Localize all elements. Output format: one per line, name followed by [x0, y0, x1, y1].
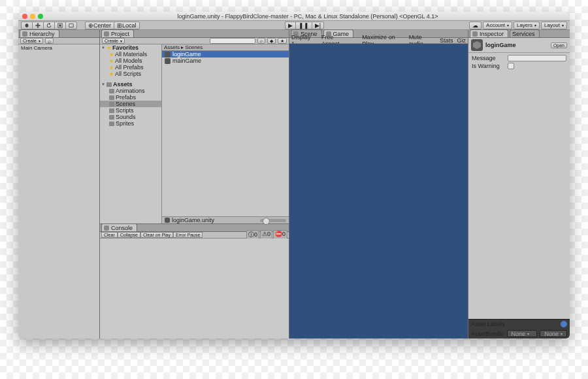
main-area: Hierarchy Create ⌕ Main Camera Project C…	[18, 30, 570, 338]
step-button[interactable]: ▶|	[312, 22, 324, 29]
move-tool[interactable]	[32, 22, 43, 29]
project-console-column: Project Create ⌕ ◆ ★ ▼★Favorites ★All Ma…	[100, 30, 289, 338]
assetbundle-section: AssetBundle None None	[468, 329, 570, 338]
handle-rotation-button[interactable]: ⊞Local	[114, 22, 140, 29]
asset-item[interactable]: mainGame	[162, 58, 289, 64]
open-button[interactable]: Open	[551, 42, 567, 48]
clear-on-play-button[interactable]: Clear on Play	[140, 232, 173, 238]
folder-item[interactable]: Scripts	[100, 107, 161, 114]
favorites-header[interactable]: ▼★Favorites	[100, 44, 161, 51]
filter-label-icon[interactable]: ★	[278, 38, 287, 44]
folder-icon	[109, 95, 114, 100]
account-dropdown[interactable]: Account	[483, 22, 512, 29]
transform-tools	[21, 22, 77, 29]
is-warning-row: Is Warning	[472, 63, 566, 69]
gizmos-toggle[interactable]: Giz	[457, 37, 466, 44]
window-title: loginGame.unity - FlappyBirdClone-master…	[50, 13, 566, 20]
assetbundle-name-dropdown[interactable]: None	[507, 330, 538, 337]
hierarchy-item[interactable]: Main Camera	[18, 44, 99, 52]
console-icon	[104, 225, 109, 231]
star-icon: ★	[109, 52, 114, 58]
filter-type-icon[interactable]: ◆	[267, 38, 276, 44]
folder-item[interactable]: Sounds	[100, 114, 161, 120]
tab-inspector[interactable]: Inspector	[470, 29, 508, 37]
breadcrumb[interactable]: Assets ▸ Scenes	[162, 44, 289, 51]
message-input[interactable]	[508, 55, 566, 61]
project-icon	[104, 31, 109, 37]
assets-header[interactable]: ▼Assets	[100, 81, 161, 88]
project-create-button[interactable]: Create	[102, 38, 125, 44]
star-icon: ★	[109, 71, 114, 77]
folder-icon	[106, 82, 112, 87]
pivot-handle-group: ⊕Center ⊞Local	[85, 22, 140, 29]
hierarchy-search[interactable]: ⌕	[45, 38, 54, 44]
hierarchy-tools: Create ⌕	[18, 38, 99, 44]
zoom-icon[interactable]	[38, 14, 43, 19]
message-field-row: Message	[472, 55, 566, 61]
folder-item-selected[interactable]: Scenes	[100, 101, 161, 107]
search-icon: ⌕	[48, 38, 51, 44]
scene-icon	[165, 52, 171, 58]
scale-icon	[57, 23, 63, 28]
inspector-tabs: Inspector Services	[468, 30, 570, 38]
collapse-button[interactable]: Collapse	[118, 232, 140, 238]
play-button[interactable]: ▶	[285, 22, 295, 29]
inspector-fields: Message Is Warning	[468, 53, 570, 73]
favorite-item[interactable]: ★All Materials	[100, 51, 161, 58]
console-toolbar: Clear Collapse Clear on Play Error Pause…	[100, 232, 289, 239]
hierarchy-body: Main Camera	[18, 44, 99, 338]
layout-dropdown[interactable]: Layout	[541, 22, 567, 29]
cloud-button[interactable]: ☁	[469, 22, 482, 29]
hierarchy-panel: Hierarchy Create ⌕ Main Camera	[18, 30, 100, 338]
assetbundle-variant-dropdown[interactable]: None	[540, 330, 567, 337]
tab-services[interactable]: Services	[510, 29, 540, 37]
is-warning-checkbox[interactable]	[508, 63, 514, 69]
folder-icon	[109, 108, 114, 113]
project-footer: loginGame.unity	[162, 216, 289, 223]
pivot-button[interactable]: ⊕Center	[85, 22, 114, 29]
pivot-icon: ⊕	[88, 22, 93, 29]
tab-console[interactable]: Console	[101, 223, 137, 231]
folder-icon	[109, 122, 114, 126]
hierarchy-create-button[interactable]: Create	[20, 38, 43, 44]
close-icon[interactable]	[22, 14, 27, 19]
asset-item-selected[interactable]: loginGame	[162, 51, 289, 58]
clear-button[interactable]: Clear	[101, 232, 118, 238]
rotate-tool[interactable]	[43, 22, 54, 29]
console-body	[100, 239, 289, 338]
pause-button[interactable]: ❚❚	[295, 22, 312, 29]
minimize-icon[interactable]	[30, 14, 35, 19]
hand-tool[interactable]	[21, 22, 32, 29]
tab-hierarchy[interactable]: Hierarchy	[20, 29, 59, 37]
folder-icon	[109, 115, 114, 120]
scene-icon	[165, 58, 171, 64]
folder-item[interactable]: Sprites	[100, 120, 161, 127]
inspector-icon	[472, 31, 478, 37]
error-pause-button[interactable]: Error Pause	[173, 232, 203, 238]
scale-tool[interactable]	[54, 22, 65, 29]
folder-item[interactable]: Animations	[100, 88, 161, 94]
favorite-item[interactable]: ★All Models	[100, 58, 161, 64]
game-view[interactable]	[289, 44, 468, 338]
asset-labels-section[interactable]: Asset Labels	[468, 319, 570, 329]
tag-icon[interactable]	[561, 321, 567, 327]
rect-tool[interactable]	[65, 22, 77, 29]
play-controls: ▶ ❚❚ ▶|	[285, 22, 324, 29]
tab-project[interactable]: Project	[101, 29, 134, 37]
local-icon: ⊞	[117, 22, 122, 29]
play-icon: ▶	[288, 22, 293, 29]
favorite-item[interactable]: ★All Prefabs	[100, 64, 161, 71]
icon-size-slider[interactable]	[260, 219, 286, 222]
layers-dropdown[interactable]: Layers	[514, 22, 540, 29]
project-tree: ▼★Favorites ★All Materials ★All Models ★…	[100, 44, 162, 223]
step-icon: ▶|	[315, 22, 321, 29]
search-filter-icon[interactable]: ⌕	[257, 38, 265, 44]
titlebar: loginGame.unity - FlappyBirdClone-master…	[18, 12, 570, 21]
is-warning-label: Is Warning	[472, 63, 508, 69]
favorite-item[interactable]: ★All Scripts	[100, 71, 161, 77]
project-search-input[interactable]	[210, 38, 255, 44]
inspector-header: loginGame Open	[468, 38, 570, 53]
folder-item[interactable]: Prefabs	[100, 94, 161, 101]
stats-toggle[interactable]: Stats	[440, 37, 453, 44]
project-items: loginGame mainGame	[162, 51, 289, 216]
